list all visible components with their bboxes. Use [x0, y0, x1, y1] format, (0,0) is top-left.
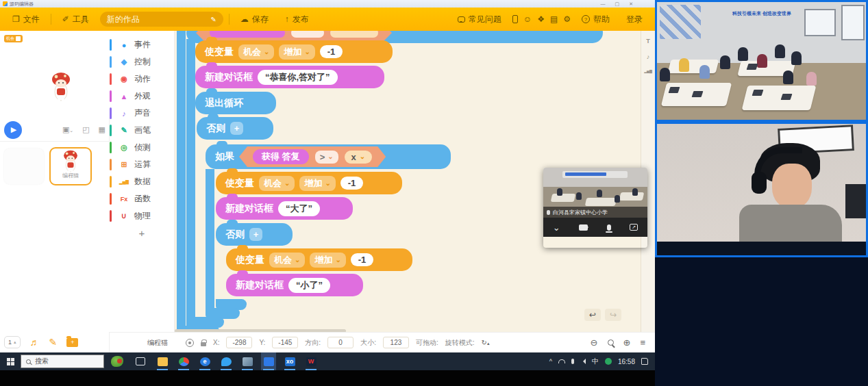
microphone-icon[interactable]	[607, 224, 611, 231]
redo-button[interactable]: ↪	[605, 309, 621, 321]
operation-dropdown[interactable]: 增加⌄	[310, 253, 345, 268]
palette-category-pen[interactable]: ✎画笔	[110, 122, 174, 139]
file-explorer-icon[interactable]	[155, 352, 170, 370]
value-input[interactable]: -1	[351, 253, 374, 266]
login-button[interactable]: 登录	[621, 14, 648, 25]
ime-indicator[interactable]: 中	[592, 357, 599, 366]
start-button[interactable]	[0, 352, 21, 370]
file-menu[interactable]: ❐ 文件	[7, 14, 45, 25]
dialog-text-input[interactable]: “恭喜你,答对了”	[258, 70, 338, 85]
tray-app-icon[interactable]	[605, 358, 612, 365]
music-icon[interactable]: ♬	[30, 337, 40, 348]
mobile-icon[interactable]	[512, 15, 518, 23]
tray-mic-icon[interactable]	[571, 359, 574, 364]
netdisk-icon[interactable]	[240, 352, 255, 370]
save-button[interactable]: ☁ 保存	[235, 14, 274, 25]
play-button[interactable]: ▶	[4, 121, 22, 139]
set-variable-block[interactable]: 使变量 机会⌄ 增加⌄ -1	[216, 172, 402, 194]
dialog-text-input[interactable]: “小了”	[288, 278, 330, 293]
palette-category-motion[interactable]: ◉动作	[110, 70, 174, 88]
else-block[interactable]: 否则 +	[216, 223, 293, 246]
palette-category-control[interactable]: ◆控制	[110, 53, 174, 70]
undo-button[interactable]: ↩	[584, 309, 601, 321]
mascot-face-icon[interactable]: ☺	[523, 14, 532, 24]
block-list-menu-icon[interactable]: ≡	[640, 337, 645, 348]
speaker-icon[interactable]	[580, 359, 586, 364]
operation-dropdown[interactable]: 增加⌄	[279, 44, 314, 60]
clock[interactable]: 16:58	[618, 358, 635, 365]
expand-icon[interactable]: ↗	[630, 224, 638, 231]
loop-block-wall[interactable]	[177, 31, 186, 332]
grid-icon[interactable]: ▦	[99, 125, 106, 134]
wifi-icon[interactable]	[558, 359, 565, 363]
page-selector[interactable]: 1 ▴	[4, 336, 21, 348]
x-variable-dropdown[interactable]: x⌄	[345, 151, 373, 164]
if-block[interactable]: 如果 获得 答复 >⌄ x⌄	[206, 144, 451, 169]
else-block[interactable]: 否则 +	[197, 117, 273, 140]
tools-menu[interactable]: ✐ 工具	[57, 14, 95, 25]
tray-chevron-icon[interactable]: ^	[549, 358, 552, 365]
exit-loop-block[interactable]: 退出循环	[195, 92, 276, 114]
sound-icon[interactable]: ♪	[647, 53, 650, 60]
faq-button[interactable]: 常见问题	[452, 14, 507, 25]
value-input[interactable]: -1	[320, 45, 343, 58]
palette-category-events[interactable]: ●事件	[110, 36, 174, 53]
collapse-chevron-icon[interactable]: ⌄	[553, 222, 560, 233]
operation-dropdown[interactable]: 增加⌄	[299, 176, 335, 191]
if-block-wall[interactable]	[206, 169, 214, 310]
palette-category-operators[interactable]: ⊞运算	[110, 156, 174, 173]
costume-icon[interactable]: T	[646, 38, 650, 44]
background-card[interactable]	[4, 149, 44, 184]
maximize-icon[interactable]: ▢	[615, 1, 620, 7]
teacher-video-feed[interactable]	[655, 122, 868, 257]
rotation-mode-dropdown[interactable]: ↻▴	[481, 339, 489, 346]
set-variable-block[interactable]: 使变量 机会⌄ 增加⌄ -1	[226, 248, 412, 271]
add-condition-button[interactable]: +	[230, 122, 243, 135]
task-view-icon[interactable]	[136, 357, 145, 365]
sprite-on-stage[interactable]	[49, 70, 73, 105]
palette-category-sound[interactable]: ♪声音	[110, 105, 174, 122]
zoom-out-icon[interactable]: ⊖	[591, 337, 598, 348]
sprite-card-selected[interactable]: 编程猫	[49, 147, 92, 185]
fullscreen-icon[interactable]: ◰	[82, 125, 89, 134]
if-block-wall[interactable]	[186, 39, 195, 326]
minimize-icon[interactable]: —	[601, 1, 606, 7]
new-dialog-block[interactable]: 新建对话框 “小了”	[226, 274, 363, 296]
palette-category-sensing[interactable]: ◎侦测	[110, 139, 174, 156]
add-folder-icon[interactable]: +	[66, 338, 78, 347]
kitten-editor-taskbar-icon[interactable]	[261, 352, 276, 370]
y-value-input[interactable]: -145	[272, 337, 298, 348]
background-switch-icon[interactable]: ▣⌄	[62, 125, 73, 134]
set-variable-block[interactable]: 使变量 机会⌄ 增加⌄ -1	[195, 40, 393, 63]
value-input[interactable]: -1	[340, 177, 364, 190]
comparator-dropdown[interactable]: >⌄	[315, 151, 338, 164]
weather-widget-icon[interactable]	[111, 356, 123, 367]
floating-video-window[interactable]: 白河县宋家镇中心小学 ⌄ ↗	[543, 168, 647, 248]
close-icon[interactable]: ✕	[629, 1, 633, 7]
add-condition-button[interactable]: +	[249, 228, 262, 241]
zoom-in-icon[interactable]: ⊕	[623, 337, 631, 348]
chrome-icon[interactable]	[176, 352, 191, 370]
blocks-icon[interactable]: ❖	[537, 14, 545, 24]
notification-center-icon[interactable]	[641, 358, 648, 365]
app-icon-blue[interactable]: xo	[282, 352, 297, 370]
classroom-video-feed[interactable]: 科技引领未来 创造改变世界	[655, 0, 868, 122]
data-chart-icon[interactable]: ▂▅▇	[644, 69, 652, 73]
backpack-icon[interactable]: ▤	[550, 14, 558, 24]
palette-category-functions[interactable]: Fx函数	[110, 190, 174, 207]
visibility-eye-icon[interactable]	[186, 339, 194, 347]
messenger-icon[interactable]	[219, 352, 234, 370]
variable-monitor[interactable]: 机会	[4, 35, 23, 42]
new-dialog-block[interactable]: 新建对话框 “恭喜你,答对了”	[195, 66, 384, 88]
paint-pencil-icon[interactable]: ✎	[49, 337, 58, 348]
condition-slot[interactable]: 获得 答复 >⌄ x⌄	[239, 146, 386, 167]
dialog-text-input[interactable]: “大了”	[278, 201, 320, 216]
variable-dropdown[interactable]: 机会⌄	[238, 44, 274, 60]
palette-category-physics[interactable]: ∪物理	[110, 207, 174, 224]
size-value-input[interactable]: 123	[383, 337, 409, 348]
variable-dropdown[interactable]: 机会⌄	[269, 253, 305, 268]
lock-icon[interactable]	[201, 342, 206, 346]
camera-icon[interactable]	[579, 224, 588, 231]
direction-value-input[interactable]: 0	[327, 337, 354, 348]
magnifier-icon[interactable]	[608, 339, 614, 346]
